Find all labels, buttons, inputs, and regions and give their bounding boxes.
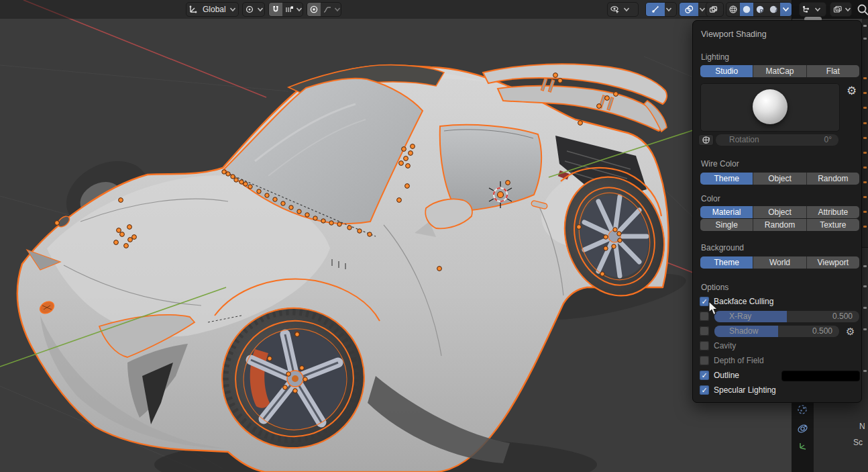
chevron-down-icon xyxy=(296,3,303,16)
shadow-row: Shadow 0.500 ⚙ xyxy=(700,325,861,338)
outline-row: ✓ Outline xyxy=(700,369,861,383)
material-preview-shading-button[interactable] xyxy=(753,3,767,16)
proportional-editing-icon[interactable] xyxy=(307,3,321,16)
solid-shading-button[interactable] xyxy=(740,3,753,16)
particles-tab-icon[interactable] xyxy=(797,404,808,416)
chevron-down-icon xyxy=(814,3,822,16)
background-world-button[interactable]: World xyxy=(753,256,806,269)
properties-editor: N Sc xyxy=(792,399,868,472)
cavity-row: Cavity xyxy=(700,340,861,353)
world-rotation-icon-button[interactable] xyxy=(698,134,714,146)
outline-color-swatch[interactable] xyxy=(781,371,860,381)
outliner-sliver xyxy=(862,19,868,247)
color-random-button[interactable]: Random xyxy=(753,219,806,231)
pivot-icon xyxy=(243,3,256,16)
falloff-curve-icon xyxy=(321,3,334,16)
wire-color-segmented-control: Theme Object Random xyxy=(700,173,859,185)
background-segmented-control: Theme World Viewport xyxy=(700,256,859,269)
outline-checkbox[interactable]: ✓ xyxy=(700,371,709,380)
popup-title: Viewport Shading xyxy=(701,30,767,39)
proportional-editing-controls[interactable] xyxy=(307,2,341,17)
shadow-slider[interactable]: Shadow 0.500 xyxy=(714,326,839,337)
chevron-down-icon xyxy=(256,3,264,16)
wire-color-random-button[interactable]: Random xyxy=(807,173,859,185)
cavity-label: Cavity xyxy=(714,341,736,350)
outliner-tree-icon xyxy=(800,3,814,16)
color-segmented-row1: Material Object Attribute xyxy=(700,206,859,218)
chevron-down-icon xyxy=(665,3,673,16)
pivot-point-dropdown[interactable] xyxy=(242,2,265,17)
images-stack-icon xyxy=(830,3,845,16)
shadow-settings-gear-icon[interactable]: ⚙ xyxy=(846,326,855,337)
specular-lighting-checkbox[interactable]: ✓ xyxy=(700,385,709,395)
transform-orientation-dropdown[interactable]: Global xyxy=(186,2,239,17)
depth-of-field-row: Depth of Field xyxy=(700,355,861,368)
color-section-label: Color xyxy=(701,194,720,203)
object-origin-dot xyxy=(498,192,504,198)
lighting-section-label: Lighting xyxy=(701,52,729,62)
lighting-segmented-control: Studio MatCap Flat xyxy=(700,65,859,77)
physics-tab-icon[interactable] xyxy=(797,423,808,434)
search-icon[interactable] xyxy=(856,3,868,16)
cavity-checkbox[interactable] xyxy=(700,341,709,350)
shading-dropdown-button[interactable] xyxy=(780,3,792,16)
color-single-button[interactable]: Single xyxy=(700,219,753,231)
xray-row: X-Ray 0.500 xyxy=(700,310,861,324)
properties-tab-strip xyxy=(792,399,814,472)
color-segmented-row2: Single Random Texture xyxy=(700,219,859,231)
background-viewport-button[interactable]: Viewport xyxy=(807,256,859,269)
object-data-tab-icon[interactable] xyxy=(798,441,808,452)
depth-of-field-label: Depth of Field xyxy=(714,356,764,365)
gizmo-icon[interactable] xyxy=(646,3,665,16)
color-attribute-button[interactable]: Attribute xyxy=(807,206,859,218)
eye-cursor-icon xyxy=(608,3,622,16)
object-visibility-dropdown[interactable] xyxy=(607,2,639,17)
orientation-label: Global xyxy=(200,5,229,14)
rendered-shading-button[interactable] xyxy=(767,3,780,16)
xray-toggle-button[interactable] xyxy=(706,2,724,17)
shadow-checkbox[interactable] xyxy=(700,326,709,336)
lighting-flat-button[interactable]: Flat xyxy=(807,65,859,77)
outline-label: Outline xyxy=(714,371,739,380)
wireframe-shading-button[interactable] xyxy=(726,3,740,16)
display-mode-dropdown[interactable] xyxy=(830,2,852,17)
snapping-controls[interactable] xyxy=(268,2,303,17)
wire-color-section-label: Wire Color xyxy=(701,159,739,169)
studiolight-preview[interactable] xyxy=(700,83,840,132)
properties-sliver xyxy=(862,247,868,399)
shading-mode-group xyxy=(726,2,792,17)
editor-type-dropdown[interactable] xyxy=(799,2,826,17)
rotation-slider[interactable]: Rotation 0° xyxy=(716,134,838,146)
chevron-down-icon xyxy=(622,3,631,16)
options-section-label: Options xyxy=(701,283,728,292)
backface-culling-label: Backface Culling xyxy=(714,297,773,306)
background-theme-button[interactable]: Theme xyxy=(700,256,753,269)
chevron-down-icon xyxy=(845,3,851,16)
xray-slider[interactable]: X-Ray 0.500 xyxy=(714,311,859,322)
lighting-matcap-button[interactable]: MatCap xyxy=(753,65,806,77)
lighting-studio-button[interactable]: Studio xyxy=(700,65,753,77)
specular-lighting-label: Specular Lighting xyxy=(714,385,776,395)
color-material-button[interactable]: Material xyxy=(700,206,753,218)
background-section-label: Background xyxy=(701,243,744,252)
wire-color-theme-button[interactable]: Theme xyxy=(700,173,753,185)
xray-icon[interactable] xyxy=(706,3,720,16)
properties-content: N Sc xyxy=(814,399,868,472)
depth-of-field-checkbox[interactable] xyxy=(700,356,709,365)
wire-color-object-button[interactable]: Object xyxy=(753,173,806,185)
gizmos-toggle-group[interactable] xyxy=(645,2,677,17)
properties-text-fragment: N xyxy=(859,422,865,431)
color-texture-button[interactable]: Texture xyxy=(807,219,859,231)
blender-window: Global xyxy=(0,0,868,472)
snap-target-icon xyxy=(282,3,296,16)
chevron-down-icon xyxy=(229,3,237,16)
magnet-icon[interactable] xyxy=(269,3,282,16)
studiolight-sphere xyxy=(753,89,788,124)
properties-text-fragment: Sc xyxy=(853,438,863,447)
backface-culling-row: ✓ Backface Culling xyxy=(700,295,861,309)
orientation-axes-icon xyxy=(186,3,200,16)
studiolight-settings-gear-icon[interactable]: ⚙ xyxy=(847,85,857,97)
color-object-button[interactable]: Object xyxy=(753,206,806,218)
overlays-icon[interactable] xyxy=(680,3,698,16)
viewport-shading-popup: Viewport Shading Lighting Studio MatCap … xyxy=(692,20,862,403)
